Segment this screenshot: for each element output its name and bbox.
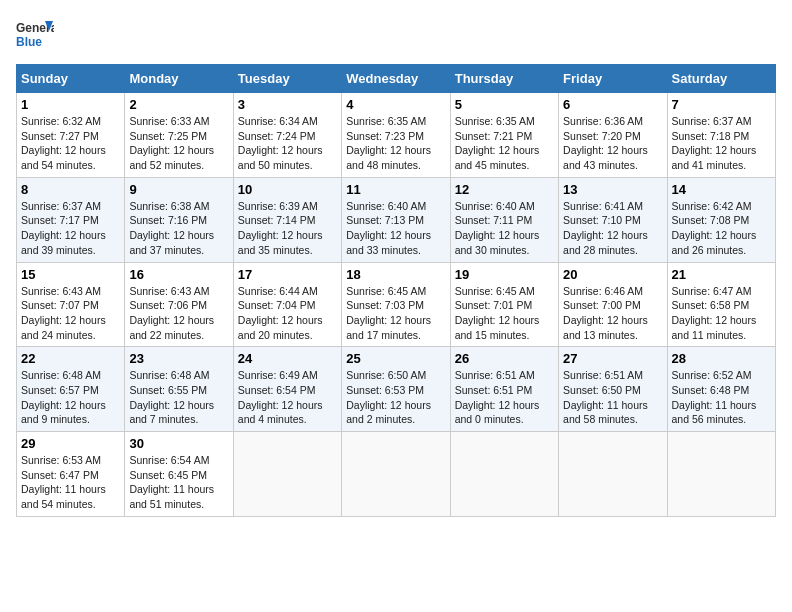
day-info: Sunrise: 6:48 AMSunset: 6:55 PMDaylight:… (129, 368, 228, 427)
day-number: 22 (21, 351, 120, 366)
day-info: Sunrise: 6:40 AMSunset: 7:11 PMDaylight:… (455, 199, 554, 258)
calendar-cell: 7Sunrise: 6:37 AMSunset: 7:18 PMDaylight… (667, 93, 775, 178)
day-info: Sunrise: 6:51 AMSunset: 6:51 PMDaylight:… (455, 368, 554, 427)
logo: General Blue (16, 16, 54, 54)
calendar-cell: 8Sunrise: 6:37 AMSunset: 7:17 PMDaylight… (17, 177, 125, 262)
day-number: 30 (129, 436, 228, 451)
calendar-cell: 18Sunrise: 6:45 AMSunset: 7:03 PMDayligh… (342, 262, 450, 347)
calendar-week-row: 22Sunrise: 6:48 AMSunset: 6:57 PMDayligh… (17, 347, 776, 432)
calendar-cell (667, 432, 775, 517)
day-number: 29 (21, 436, 120, 451)
calendar-cell: 26Sunrise: 6:51 AMSunset: 6:51 PMDayligh… (450, 347, 558, 432)
day-info: Sunrise: 6:47 AMSunset: 6:58 PMDaylight:… (672, 284, 771, 343)
calendar-cell: 4Sunrise: 6:35 AMSunset: 7:23 PMDaylight… (342, 93, 450, 178)
day-info: Sunrise: 6:37 AMSunset: 7:18 PMDaylight:… (672, 114, 771, 173)
day-of-week-header: Saturday (667, 65, 775, 93)
day-info: Sunrise: 6:49 AMSunset: 6:54 PMDaylight:… (238, 368, 337, 427)
calendar-cell (559, 432, 667, 517)
day-info: Sunrise: 6:35 AMSunset: 7:21 PMDaylight:… (455, 114, 554, 173)
calendar-cell: 14Sunrise: 6:42 AMSunset: 7:08 PMDayligh… (667, 177, 775, 262)
day-number: 28 (672, 351, 771, 366)
day-info: Sunrise: 6:32 AMSunset: 7:27 PMDaylight:… (21, 114, 120, 173)
day-info: Sunrise: 6:45 AMSunset: 7:03 PMDaylight:… (346, 284, 445, 343)
day-of-week-header: Tuesday (233, 65, 341, 93)
day-number: 11 (346, 182, 445, 197)
day-info: Sunrise: 6:45 AMSunset: 7:01 PMDaylight:… (455, 284, 554, 343)
calendar-cell: 12Sunrise: 6:40 AMSunset: 7:11 PMDayligh… (450, 177, 558, 262)
day-number: 10 (238, 182, 337, 197)
logo-svg: General Blue (16, 16, 54, 54)
calendar-cell (342, 432, 450, 517)
calendar-cell: 19Sunrise: 6:45 AMSunset: 7:01 PMDayligh… (450, 262, 558, 347)
day-info: Sunrise: 6:40 AMSunset: 7:13 PMDaylight:… (346, 199, 445, 258)
day-number: 14 (672, 182, 771, 197)
day-info: Sunrise: 6:41 AMSunset: 7:10 PMDaylight:… (563, 199, 662, 258)
day-number: 3 (238, 97, 337, 112)
day-number: 21 (672, 267, 771, 282)
calendar-cell: 30Sunrise: 6:54 AMSunset: 6:45 PMDayligh… (125, 432, 233, 517)
day-of-week-header: Wednesday (342, 65, 450, 93)
calendar-cell (450, 432, 558, 517)
day-number: 16 (129, 267, 228, 282)
calendar-cell: 21Sunrise: 6:47 AMSunset: 6:58 PMDayligh… (667, 262, 775, 347)
day-number: 9 (129, 182, 228, 197)
day-number: 23 (129, 351, 228, 366)
calendar-cell (233, 432, 341, 517)
day-info: Sunrise: 6:44 AMSunset: 7:04 PMDaylight:… (238, 284, 337, 343)
day-number: 5 (455, 97, 554, 112)
calendar-cell: 24Sunrise: 6:49 AMSunset: 6:54 PMDayligh… (233, 347, 341, 432)
calendar-cell: 22Sunrise: 6:48 AMSunset: 6:57 PMDayligh… (17, 347, 125, 432)
day-number: 15 (21, 267, 120, 282)
calendar-cell: 27Sunrise: 6:51 AMSunset: 6:50 PMDayligh… (559, 347, 667, 432)
calendar-cell: 9Sunrise: 6:38 AMSunset: 7:16 PMDaylight… (125, 177, 233, 262)
day-of-week-header: Friday (559, 65, 667, 93)
day-number: 6 (563, 97, 662, 112)
day-info: Sunrise: 6:42 AMSunset: 7:08 PMDaylight:… (672, 199, 771, 258)
day-info: Sunrise: 6:34 AMSunset: 7:24 PMDaylight:… (238, 114, 337, 173)
calendar-cell: 11Sunrise: 6:40 AMSunset: 7:13 PMDayligh… (342, 177, 450, 262)
day-info: Sunrise: 6:50 AMSunset: 6:53 PMDaylight:… (346, 368, 445, 427)
day-info: Sunrise: 6:51 AMSunset: 6:50 PMDaylight:… (563, 368, 662, 427)
day-number: 2 (129, 97, 228, 112)
calendar-cell: 23Sunrise: 6:48 AMSunset: 6:55 PMDayligh… (125, 347, 233, 432)
day-number: 12 (455, 182, 554, 197)
day-info: Sunrise: 6:48 AMSunset: 6:57 PMDaylight:… (21, 368, 120, 427)
day-info: Sunrise: 6:38 AMSunset: 7:16 PMDaylight:… (129, 199, 228, 258)
calendar-cell: 1Sunrise: 6:32 AMSunset: 7:27 PMDaylight… (17, 93, 125, 178)
day-info: Sunrise: 6:36 AMSunset: 7:20 PMDaylight:… (563, 114, 662, 173)
calendar-cell: 16Sunrise: 6:43 AMSunset: 7:06 PMDayligh… (125, 262, 233, 347)
calendar-cell: 13Sunrise: 6:41 AMSunset: 7:10 PMDayligh… (559, 177, 667, 262)
day-info: Sunrise: 6:53 AMSunset: 6:47 PMDaylight:… (21, 453, 120, 512)
day-info: Sunrise: 6:54 AMSunset: 6:45 PMDaylight:… (129, 453, 228, 512)
calendar-week-row: 29Sunrise: 6:53 AMSunset: 6:47 PMDayligh… (17, 432, 776, 517)
calendar-cell: 10Sunrise: 6:39 AMSunset: 7:14 PMDayligh… (233, 177, 341, 262)
day-info: Sunrise: 6:33 AMSunset: 7:25 PMDaylight:… (129, 114, 228, 173)
calendar-week-row: 1Sunrise: 6:32 AMSunset: 7:27 PMDaylight… (17, 93, 776, 178)
day-number: 4 (346, 97, 445, 112)
calendar-cell: 15Sunrise: 6:43 AMSunset: 7:07 PMDayligh… (17, 262, 125, 347)
day-of-week-header: Sunday (17, 65, 125, 93)
page-header: General Blue (16, 16, 776, 54)
day-info: Sunrise: 6:35 AMSunset: 7:23 PMDaylight:… (346, 114, 445, 173)
calendar-cell: 29Sunrise: 6:53 AMSunset: 6:47 PMDayligh… (17, 432, 125, 517)
day-info: Sunrise: 6:37 AMSunset: 7:17 PMDaylight:… (21, 199, 120, 258)
day-number: 18 (346, 267, 445, 282)
calendar-cell: 25Sunrise: 6:50 AMSunset: 6:53 PMDayligh… (342, 347, 450, 432)
day-info: Sunrise: 6:43 AMSunset: 7:07 PMDaylight:… (21, 284, 120, 343)
day-info: Sunrise: 6:46 AMSunset: 7:00 PMDaylight:… (563, 284, 662, 343)
day-number: 1 (21, 97, 120, 112)
calendar-cell: 6Sunrise: 6:36 AMSunset: 7:20 PMDaylight… (559, 93, 667, 178)
calendar-table: SundayMondayTuesdayWednesdayThursdayFrid… (16, 64, 776, 517)
calendar-cell: 5Sunrise: 6:35 AMSunset: 7:21 PMDaylight… (450, 93, 558, 178)
day-info: Sunrise: 6:43 AMSunset: 7:06 PMDaylight:… (129, 284, 228, 343)
day-number: 7 (672, 97, 771, 112)
calendar-cell: 28Sunrise: 6:52 AMSunset: 6:48 PMDayligh… (667, 347, 775, 432)
logo-graphic: General Blue (16, 16, 54, 54)
calendar-header: SundayMondayTuesdayWednesdayThursdayFrid… (17, 65, 776, 93)
day-of-week-header: Monday (125, 65, 233, 93)
calendar-cell: 20Sunrise: 6:46 AMSunset: 7:00 PMDayligh… (559, 262, 667, 347)
day-number: 20 (563, 267, 662, 282)
calendar-cell: 17Sunrise: 6:44 AMSunset: 7:04 PMDayligh… (233, 262, 341, 347)
svg-text:Blue: Blue (16, 35, 42, 49)
day-number: 25 (346, 351, 445, 366)
